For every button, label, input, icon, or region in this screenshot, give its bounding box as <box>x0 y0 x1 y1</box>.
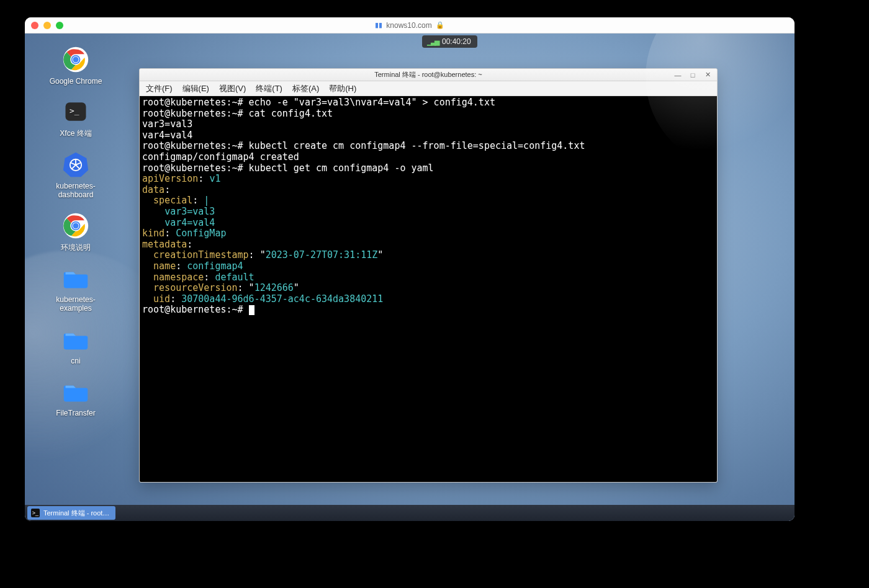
yaml-key: data <box>142 184 164 195</box>
taskbar: >_ Terminal 终端 - root… <box>25 505 795 521</box>
terminal-min-button[interactable]: — <box>671 70 685 80</box>
taskbar-item-terminal[interactable]: >_ Terminal 终端 - root… <box>27 506 115 520</box>
output-line: var4=val4 <box>142 130 192 141</box>
desktop-icon-file-transfer[interactable]: FileTransfer <box>38 378 113 417</box>
browser-titlebar: ▮▮ knows10.com 🔒 <box>25 17 795 33</box>
yaml-key: resourceVersion <box>153 282 237 293</box>
cmd-4: kubectl get cm configmap4 -o yaml <box>249 163 434 174</box>
desktop-icon-label: cni <box>71 357 80 365</box>
cmd-3: kubectl create cm configmap4 --from-file… <box>249 140 585 151</box>
menu-terminal[interactable]: 终端(T) <box>253 82 285 96</box>
desktop-icon-env-help[interactable]: 环境说明 <box>38 212 113 252</box>
terminal-max-button[interactable]: □ <box>686 70 700 80</box>
yaml-val: configmap4 <box>187 261 243 272</box>
yaml-val: var3=val3 <box>164 206 215 217</box>
svg-text:>_: >_ <box>70 106 79 115</box>
desktop-icon-xfce-terminal[interactable]: >_ Xfce 终端 <box>38 98 113 138</box>
desktop-icon-cni[interactable]: cni <box>38 326 113 365</box>
menu-tabs[interactable]: 标签(A) <box>290 82 322 96</box>
folder-icon <box>62 264 89 292</box>
kubernetes-icon <box>62 151 89 178</box>
yaml-key: namespace <box>153 272 204 283</box>
taskbar-item-label: Terminal 终端 - root… <box>43 509 109 518</box>
terminal-window-controls: — □ ✕ <box>671 69 714 81</box>
desktop-icon-label: kubernetes- examples <box>56 295 95 313</box>
menu-edit[interactable]: 编辑(E) <box>180 82 212 96</box>
cmd-2: cat config4.txt <box>249 108 333 119</box>
output-line: var3=val3 <box>142 118 192 130</box>
folder-icon <box>62 378 89 405</box>
yaml-key: kind <box>142 228 164 239</box>
signal-icon: ▁▃▅ <box>427 38 438 46</box>
remote-desktop: ▁▃▅ 00:40:20 Google Chrome >_ Xfce 终端 <box>25 33 795 521</box>
status-chip: ▁▃▅ 00:40:20 <box>422 35 477 48</box>
yaml-val: 30700a44-96d6-4357-ac4c-634da3840211 <box>181 293 383 305</box>
traffic-lights <box>31 22 63 29</box>
svg-point-16 <box>73 223 78 228</box>
yaml-val: 1242666 <box>254 282 294 293</box>
yaml-key: apiVersion <box>142 173 198 184</box>
cmd-1: echo -e "var3=val3\nvar4=val4" > config4… <box>249 97 495 108</box>
yaml-key: metadata <box>142 239 187 250</box>
chrome-icon <box>62 46 89 73</box>
terminal-window: Terminal 终端 - root@kubernetes: ~ — □ ✕ 文… <box>139 68 718 483</box>
terminal-title: Terminal 终端 - root@kubernetes: ~ <box>374 70 482 79</box>
address-text: knows10.com <box>386 21 431 30</box>
prompt: root@kubernetes:~# <box>142 97 243 108</box>
window-minimize-button[interactable] <box>43 22 51 29</box>
desktop-icon-label: Google Chrome <box>50 77 102 86</box>
prompt: root@kubernetes:~# <box>142 140 243 151</box>
window-close-button[interactable] <box>31 22 38 29</box>
terminal-icon: >_ <box>62 98 89 125</box>
folder-icon <box>62 326 89 353</box>
address-bar[interactable]: ▮▮ knows10.com 🔒 <box>375 21 444 30</box>
yaml-val: 2023-07-27T07:31:11Z <box>266 249 378 261</box>
cursor-icon <box>249 305 254 315</box>
terminal-titlebar[interactable]: Terminal 终端 - root@kubernetes: ~ — □ ✕ <box>140 69 717 81</box>
prompt: root@kubernetes:~# <box>142 304 243 315</box>
chrome-icon <box>62 212 89 239</box>
terminal-body[interactable]: root@kubernetes:~# echo -e "var3=val3\nv… <box>140 96 717 482</box>
site-info-icon: ▮▮ <box>375 21 382 29</box>
terminal-menubar: 文件(F) 编辑(E) 视图(V) 终端(T) 标签(A) 帮助(H) <box>140 81 717 96</box>
yaml-val: ConfigMap <box>176 228 226 239</box>
menu-file[interactable]: 文件(F) <box>143 82 175 96</box>
yaml-key: name <box>153 261 176 272</box>
desktop-icon-label: Xfce 终端 <box>60 129 91 138</box>
yaml-key: creationTimestamp <box>153 249 249 261</box>
terminal-close-button[interactable]: ✕ <box>701 70 714 80</box>
browser-window: ▮▮ knows10.com 🔒 ▁▃▅ 00:40:20 Google Chr… <box>25 17 795 521</box>
desktop-icon-k8s-examples[interactable]: kubernetes- examples <box>38 264 113 313</box>
yaml-key: uid <box>153 293 170 305</box>
menu-view[interactable]: 视图(V) <box>217 82 248 96</box>
desktop-icon-google-chrome[interactable]: Google Chrome <box>38 46 113 86</box>
terminal-icon: >_ <box>31 509 40 517</box>
yaml-val: | <box>204 195 209 206</box>
output-line: configmap/configmap4 created <box>142 151 299 163</box>
yaml-val: var4=val4 <box>164 217 215 228</box>
prompt: root@kubernetes:~# <box>142 108 243 119</box>
desktop-icon-label: kubernetes- dashboard <box>56 182 95 200</box>
desktop-icon-label: FileTransfer <box>56 409 96 417</box>
prompt: root@kubernetes:~# <box>142 163 243 174</box>
lock-icon: 🔒 <box>436 21 444 29</box>
window-zoom-button[interactable] <box>56 22 63 29</box>
menu-help[interactable]: 帮助(H) <box>326 82 359 96</box>
yaml-val: default <box>215 272 254 283</box>
svg-point-3 <box>73 56 78 62</box>
desktop-icons: Google Chrome >_ Xfce 终端 kubernetes- das… <box>38 46 113 418</box>
yaml-val: v1 <box>209 173 220 184</box>
status-timer: 00:40:20 <box>442 37 471 46</box>
desktop-icon-k8s-dashboard[interactable]: kubernetes- dashboard <box>38 151 113 200</box>
desktop-icon-label: 环境说明 <box>61 243 91 252</box>
yaml-key: special <box>153 195 192 206</box>
